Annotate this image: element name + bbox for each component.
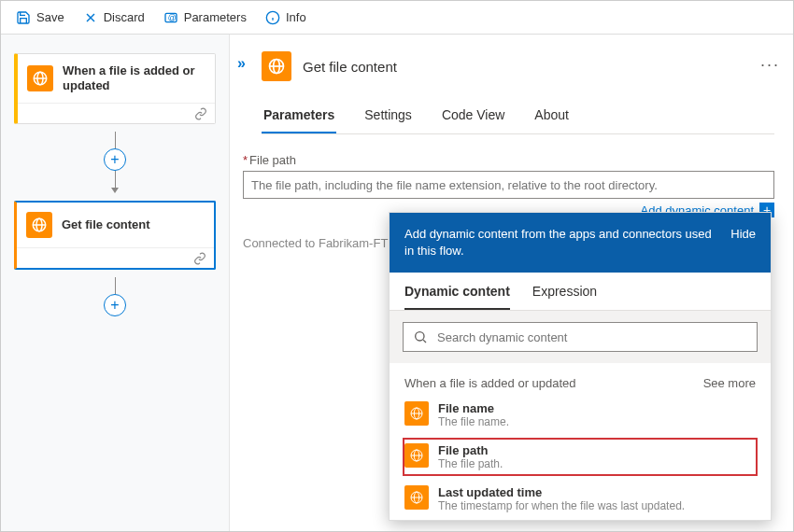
ftp-icon xyxy=(404,401,429,426)
trigger-node[interactable]: When a file is added or updated xyxy=(14,53,216,124)
close-icon xyxy=(83,10,98,25)
parameters-icon: @ xyxy=(163,10,178,25)
save-button[interactable]: Save xyxy=(8,7,72,29)
detail-tabs: Parameters Settings Code View About xyxy=(262,102,774,134)
connector: + xyxy=(14,277,216,316)
add-step-button[interactable]: + xyxy=(104,294,126,316)
file-path-input[interactable] xyxy=(243,171,774,199)
detail-title: Get file content xyxy=(303,59,397,75)
action-node[interactable]: Get file content xyxy=(14,201,216,270)
ftp-icon xyxy=(27,65,53,91)
tab-about[interactable]: About xyxy=(532,102,571,133)
tab-parameters[interactable]: Parameters xyxy=(262,102,336,133)
tab-code-view[interactable]: Code View xyxy=(440,102,506,133)
parameters-button[interactable]: @ Parameters xyxy=(156,7,254,29)
detail-panel: » ··· Get file content Parameters Settin… xyxy=(230,35,793,531)
dynamic-content-popup: Add dynamic content from the apps and co… xyxy=(389,212,772,521)
svg-text:@: @ xyxy=(167,12,176,21)
dc-item-file-name[interactable]: File name The file name. xyxy=(390,394,771,436)
toolbar: Save Discard @ Parameters Info xyxy=(1,1,793,35)
section-title: When a file is added or updated xyxy=(404,376,576,390)
save-icon xyxy=(16,10,31,25)
menu-button[interactable]: ··· xyxy=(760,55,780,75)
trigger-title: When a file is added or updated xyxy=(63,63,206,93)
dc-item-file-path[interactable]: File path The file path. xyxy=(401,436,759,478)
see-more-link[interactable]: See more xyxy=(703,376,756,390)
tab-settings[interactable]: Settings xyxy=(362,102,414,133)
popup-header: Add dynamic content from the apps and co… xyxy=(404,226,721,259)
tab-dynamic-content[interactable]: Dynamic content xyxy=(404,284,510,310)
collapse-button[interactable]: » xyxy=(237,55,246,72)
info-button[interactable]: Info xyxy=(258,7,314,29)
ftp-icon xyxy=(404,485,429,510)
info-icon xyxy=(265,10,280,25)
action-title: Get file content xyxy=(62,217,150,232)
ftp-icon xyxy=(404,443,429,468)
add-step-button[interactable]: + xyxy=(104,148,126,171)
ftp-icon xyxy=(26,212,52,238)
designer-canvas: When a file is added or updated + Get fi… xyxy=(1,35,230,531)
discard-button[interactable]: Discard xyxy=(76,7,152,29)
dc-item-last-updated[interactable]: Last updated time The timestamp for when… xyxy=(390,478,771,520)
link-icon xyxy=(193,252,206,265)
svg-point-16 xyxy=(416,332,424,341)
search-icon xyxy=(413,329,428,344)
ftp-icon xyxy=(262,51,291,81)
link-icon xyxy=(194,107,207,120)
search-box[interactable] xyxy=(403,322,758,352)
svg-line-17 xyxy=(423,340,426,343)
search-input[interactable] xyxy=(437,330,747,344)
tab-expression[interactable]: Expression xyxy=(532,284,597,310)
hide-button[interactable]: Hide xyxy=(730,226,756,243)
file-path-label: *File path xyxy=(243,153,774,167)
connector: + xyxy=(14,132,216,193)
